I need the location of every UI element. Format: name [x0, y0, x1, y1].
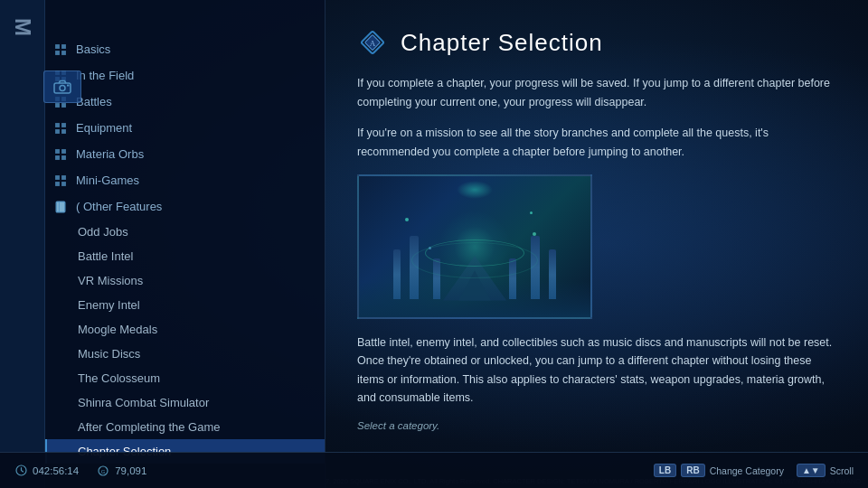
nav-item-label: ( Other Features: [76, 200, 162, 213]
svg-rect-4: [61, 44, 66, 49]
camera-icon: [53, 80, 71, 94]
svg-rect-26: [61, 182, 66, 186]
status-right: LB RB Change Category ▲▼ Scroll: [654, 464, 854, 477]
sidebar-subitem-music-discs[interactable]: Music Discs: [45, 342, 326, 366]
scroll-hint: ▲▼ Scroll: [797, 464, 854, 477]
scroll-btn: ▲▼: [797, 464, 826, 477]
lb-button: LB: [654, 464, 676, 477]
content-para-1: If you complete a chapter, your progress…: [357, 74, 836, 111]
time-display: 042:56:14: [14, 465, 79, 477]
gil-display: G 79,091: [97, 465, 146, 477]
screenshot-image: [357, 174, 592, 319]
sidebar-subitem-shinra-combat[interactable]: Shinra Combat Simulator: [45, 390, 326, 415]
svg-rect-5: [55, 51, 60, 55]
content-header: A Chapter Selection: [357, 27, 836, 58]
time-value: 042:56:14: [33, 465, 79, 476]
svg-text:A: A: [370, 39, 376, 48]
change-category-hint: LB RB Change Category: [654, 464, 784, 477]
status-left: 042:56:14 G 79,091: [14, 465, 146, 477]
camera-icon-area: [43, 70, 81, 103]
sidebar: M Basics In the Field Battles: [0, 0, 326, 488]
sidebar-subitem-vr-missions[interactable]: VR Missions: [45, 268, 326, 293]
nav-item-label: Materia Orbs: [76, 147, 144, 161]
nav-item-label: Equipment: [76, 121, 132, 135]
svg-rect-20: [61, 149, 66, 154]
svg-rect-17: [55, 129, 60, 134]
gil-value: 79,091: [115, 465, 146, 476]
diamond-icon: A: [357, 27, 388, 58]
sidebar-subitem-odd-jobs[interactable]: Odd Jobs: [45, 220, 326, 244]
svg-rect-13: [55, 103, 60, 108]
sidebar-item-mini-games[interactable]: Mini-Games: [45, 167, 326, 193]
nav-item-label: Basics: [76, 42, 110, 56]
svg-rect-16: [61, 123, 66, 127]
rb-button: RB: [681, 464, 704, 477]
svg-rect-22: [61, 155, 66, 160]
sidebar-subitem-moogle-medals[interactable]: Moogle Medals: [45, 317, 326, 342]
clock-icon: [14, 465, 27, 477]
svg-rect-23: [55, 175, 60, 180]
sidebar-item-other-features[interactable]: ( Other Features: [45, 193, 326, 220]
scroll-label: Scroll: [830, 465, 854, 476]
svg-rect-21: [55, 155, 60, 160]
svg-rect-24: [61, 175, 66, 180]
content-para-2: If you're on a mission to see all the st…: [357, 124, 836, 161]
sidebar-subitem-battle-intel[interactable]: Battle Intel: [45, 244, 326, 268]
sidebar-item-in-the-field[interactable]: In the Field: [45, 62, 326, 89]
sidebar-subitem-the-colosseum[interactable]: The Colosseum: [45, 366, 326, 390]
status-bar: 042:56:14 G 79,091 LB RB Change Category…: [0, 452, 868, 488]
main-content: A Chapter Selection If you complete a ch…: [326, 0, 868, 452]
nav-item-label: In the Field: [76, 69, 134, 82]
svg-rect-6: [61, 51, 66, 55]
svg-rect-27: [56, 202, 65, 212]
sidebar-letter-bar: M: [0, 0, 45, 488]
basics-icon: [52, 43, 69, 56]
content-para-3: Battle intel, enemy intel, and collectib…: [357, 333, 836, 408]
svg-rect-25: [55, 182, 60, 186]
materia-orbs-icon: [52, 148, 69, 161]
sidebar-item-basics[interactable]: Basics: [45, 36, 326, 62]
sidebar-item-battles[interactable]: Battles: [45, 89, 326, 115]
svg-text:G: G: [101, 469, 106, 474]
mini-games-icon: [52, 174, 69, 187]
sidebar-subitem-enemy-intel[interactable]: Enemy Intel: [45, 293, 326, 317]
sidebar-letter: M: [10, 18, 35, 40]
other-features-icon: [52, 201, 69, 213]
equipment-icon: [52, 122, 69, 135]
change-category-label: Change Category: [710, 465, 784, 476]
hint-text: Select a category.: [357, 420, 836, 431]
nav-item-label: Mini-Games: [76, 174, 139, 187]
sidebar-item-equipment[interactable]: Equipment: [45, 115, 326, 141]
svg-rect-14: [61, 103, 66, 108]
svg-rect-18: [61, 129, 66, 134]
svg-rect-2: [67, 85, 70, 87]
gil-icon: G: [97, 465, 109, 477]
svg-rect-3: [55, 44, 60, 49]
nav-list: Basics In the Field Battles Equipment Ma…: [45, 36, 326, 464]
sidebar-item-materia-orbs[interactable]: Materia Orbs: [45, 141, 326, 167]
svg-rect-15: [55, 123, 60, 127]
content-title: Chapter Selection: [401, 29, 603, 57]
svg-point-1: [60, 86, 65, 91]
sidebar-subitem-after-completing[interactable]: After Completing the Game: [45, 415, 326, 439]
svg-rect-19: [55, 149, 60, 154]
